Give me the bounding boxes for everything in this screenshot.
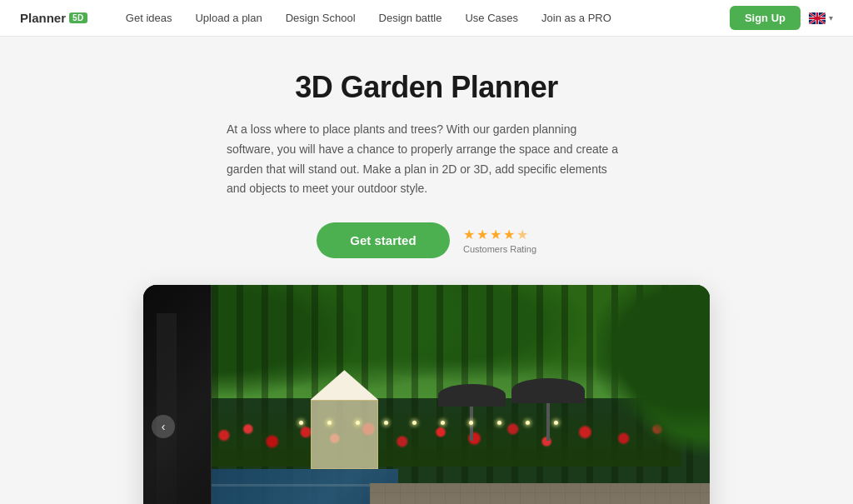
light-3	[356, 421, 360, 425]
gazebo-roof	[302, 370, 387, 400]
nav-join-pro[interactable]: Join as a PRO	[530, 0, 623, 37]
umbrella-1-roof	[438, 384, 506, 407]
nav-design-battle[interactable]: Design battle	[367, 0, 454, 37]
light-6	[441, 421, 445, 425]
lang-chevron-icon: ▾	[829, 13, 833, 22]
light-7	[469, 421, 473, 425]
foliage-right	[596, 285, 710, 497]
main-content: 3D Garden Planner At a loss where to pla…	[0, 37, 853, 504]
nav-use-cases[interactable]: Use Cases	[453, 0, 530, 37]
logo-text: Planner	[20, 11, 66, 25]
light-9	[526, 421, 530, 425]
garden-image: ‹ Planner 5D	[143, 285, 710, 504]
rating-section: ★ ★ ★ ★ ★ Customers Rating	[463, 227, 536, 254]
star-2: ★	[476, 227, 488, 242]
umbrella-2-roof	[511, 378, 585, 403]
navbar-actions: Sign Up ▾	[730, 6, 833, 30]
nav-upload-plan[interactable]: Upload a plan	[183, 0, 273, 37]
language-selector[interactable]: ▾	[809, 12, 833, 24]
hero-section: 3D Garden Planner At a loss where to pla…	[210, 70, 643, 285]
flag-icon	[809, 12, 826, 24]
page-title: 3D Garden Planner	[227, 70, 626, 105]
light-5	[412, 421, 417, 425]
logo-badge: 5D	[69, 12, 87, 23]
signup-button[interactable]: Sign Up	[730, 6, 801, 30]
glass-panel	[143, 285, 212, 504]
light-4	[384, 421, 388, 425]
lights-string	[285, 421, 568, 433]
star-3: ★	[490, 227, 501, 242]
gazebo	[302, 370, 387, 469]
star-4: ★	[503, 227, 515, 242]
hero-description: At a loss where to place plants and tree…	[227, 120, 626, 199]
logo[interactable]: Planner 5D	[20, 11, 87, 25]
garden-scene: ‹ Planner 5D	[143, 285, 710, 504]
hero-cta: Get started ★ ★ ★ ★ ★ Customers Rating	[227, 222, 626, 258]
nav-links: Get ideas Upload a plan Design School De…	[114, 0, 730, 37]
rating-label: Customers Rating	[463, 244, 536, 254]
nav-design-school[interactable]: Design School	[274, 0, 367, 37]
star-rating: ★ ★ ★ ★ ★	[463, 227, 528, 242]
navbar: Planner 5D Get ideas Upload a plan Desig…	[0, 0, 853, 37]
light-10	[554, 421, 558, 425]
nav-get-ideas[interactable]: Get ideas	[114, 0, 184, 37]
light-8	[497, 421, 501, 425]
star-5-half: ★	[516, 227, 528, 242]
image-prev-button[interactable]: ‹	[152, 415, 175, 438]
light-2	[327, 421, 332, 425]
light-1	[299, 421, 303, 425]
glass-reflection	[157, 313, 177, 504]
gazebo-body	[311, 400, 379, 469]
get-started-button[interactable]: Get started	[317, 222, 450, 258]
star-1: ★	[463, 227, 475, 242]
